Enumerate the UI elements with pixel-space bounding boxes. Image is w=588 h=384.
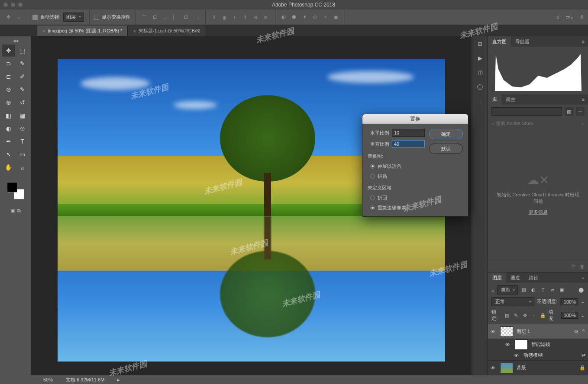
visibility-icon[interactable]: 👁 <box>514 353 520 358</box>
lasso-tool[interactable]: ⊃ <box>2 58 15 70</box>
zoom-level[interactable]: 50% <box>43 377 53 382</box>
align-right-icon[interactable]: ⎹ <box>192 13 200 21</box>
3d-camera-icon[interactable]: ▣ <box>332 13 339 21</box>
library-dropdown[interactable] <box>491 107 562 116</box>
align-vcenter-icon[interactable]: ⊟ <box>151 13 158 21</box>
chevron-down-icon[interactable]: ⌄ <box>581 120 585 127</box>
move-tool-icon[interactable]: ✥ <box>4 13 12 21</box>
tab-navigator[interactable]: 导航器 <box>511 36 534 47</box>
3d-mode-icon[interactable]: ◐ <box>280 13 288 21</box>
distribute-v-icon[interactable]: ⫶ <box>231 13 239 21</box>
distribute-icon4[interactable]: ⫸ <box>262 13 270 21</box>
lock-brush-icon[interactable]: ✎ <box>513 313 519 318</box>
eyedropper-tool[interactable]: ✐ <box>16 70 29 83</box>
quick-select-tool[interactable]: ✎ <box>16 58 29 70</box>
filter-smart-icon[interactable]: ▣ <box>559 287 565 293</box>
play-icon[interactable]: ▶ <box>478 55 482 61</box>
chevron-right-icon[interactable]: ▸ <box>117 377 120 383</box>
document-tab-2[interactable]: ×未标题-1.psd @ 50%(RGB/8) <box>128 26 206 36</box>
layer-row[interactable]: 👁 动感模糊 ⇌ <box>488 350 588 361</box>
zoom-tool[interactable]: ⌕ <box>16 161 29 173</box>
quick-mask-icon[interactable]: ▣ <box>10 208 15 214</box>
collapse-icon[interactable]: ◀◀ <box>13 39 18 43</box>
align-top-icon[interactable]: ⎴ <box>140 13 148 21</box>
tab-paths[interactable]: 路径 <box>524 272 543 283</box>
share-icon[interactable]: ⇧ <box>580 14 584 20</box>
layer-row[interactable]: 👁 智能滤镜 <box>488 339 588 350</box>
lock-artboard-icon[interactable]: ▫ <box>531 313 537 318</box>
tab-channels[interactable]: 通道 <box>506 272 524 283</box>
3d-icon[interactable]: ⬢ <box>290 13 298 21</box>
stamp-tool[interactable]: ⊛ <box>2 96 15 109</box>
fill-input[interactable]: 100% <box>561 312 578 319</box>
tab-adjustments[interactable]: 调整 <box>501 94 520 105</box>
align-bottom-icon[interactable]: ⎵ <box>161 13 169 21</box>
fg-color[interactable] <box>7 182 17 192</box>
layer-thumb[interactable] <box>515 339 528 350</box>
layer-thumb[interactable] <box>500 326 513 337</box>
filter-toggle[interactable]: ⬤ <box>578 287 585 293</box>
close-icon[interactable]: × <box>42 29 45 34</box>
hand-tool[interactable]: ✋ <box>2 161 15 173</box>
color-swatches[interactable] <box>7 182 24 199</box>
blur-tool[interactable]: ◐ <box>2 122 15 134</box>
panel-menu-icon[interactable]: ≡ <box>578 275 588 280</box>
layer-name[interactable]: 图层 1 <box>517 328 571 335</box>
v-ratio-input[interactable]: 40 <box>392 140 425 148</box>
color-icon[interactable]: ◫ <box>478 69 483 76</box>
3d-rotate-icon[interactable]: ✧ <box>321 13 329 21</box>
pen-tool[interactable]: ✒ <box>2 135 15 147</box>
sync-icon[interactable]: ⟳ <box>572 263 575 269</box>
3d-scale-icon[interactable]: ⊕ <box>311 13 319 21</box>
radio-repeat[interactable]: 重复边缘像素 <box>368 205 425 211</box>
trash-icon[interactable]: 🗑 <box>580 264 585 269</box>
align-hcenter-icon[interactable]: ⊞ <box>182 13 190 21</box>
brush-tool[interactable]: ✎ <box>16 83 29 96</box>
default-button[interactable]: 默认 <box>429 144 463 154</box>
shape-tool[interactable]: ▭ <box>16 148 29 160</box>
radio-wrap[interactable]: 折回 <box>368 195 425 201</box>
tab-library[interactable]: 库 <box>488 94 501 105</box>
auto-select-dropdown[interactable]: 图层 <box>63 13 84 22</box>
marquee-tool[interactable]: ⬚ <box>16 45 29 57</box>
radio-tile[interactable]: 拼贴 <box>368 173 425 179</box>
grid-view-icon[interactable]: ▦ <box>565 107 573 116</box>
distribute-icon2[interactable]: ⫵ <box>241 13 249 21</box>
layer-thumb[interactable] <box>500 363 513 373</box>
chevron-down-icon[interactable]: ⌄ <box>581 313 585 318</box>
panel-menu-icon[interactable]: ≡ <box>578 97 588 102</box>
workspace-icon[interactable]: ▭⌄ <box>565 14 574 20</box>
info-icon[interactable]: ⓘ <box>477 83 483 91</box>
layer-name[interactable]: 动感模糊 <box>523 352 578 358</box>
crop-tool[interactable]: ⊏ <box>2 70 15 83</box>
chevron-icon[interactable]: ⌃ <box>582 329 585 334</box>
stock-search[interactable]: ⌕ 搜索 Adobe Stock <box>491 120 534 127</box>
move-tool[interactable]: ✥ <box>2 45 15 57</box>
layer-row[interactable]: 👁 背景 🔒 <box>488 361 588 375</box>
gradient-tool[interactable]: ▦ <box>16 109 29 122</box>
list-view-icon[interactable]: ☰ <box>576 107 585 116</box>
visibility-icon[interactable]: 👁 <box>491 329 497 334</box>
screen-mode-icon[interactable]: ⧉ <box>17 208 21 214</box>
radio-stretch[interactable]: 伸展以适合 <box>368 163 425 170</box>
stamp-icon[interactable]: ⊥ <box>478 99 482 106</box>
document-tab-1[interactable]: ×timg.jpeg @ 50% (图层 1, RGB/8) * <box>37 26 128 36</box>
filter-type-icon[interactable]: T <box>540 288 546 293</box>
filter-type-dropdown[interactable]: 类型 <box>497 285 518 294</box>
spot-heal-tool[interactable]: ⊘ <box>2 83 15 96</box>
distribute-icon3[interactable]: ⫷ <box>252 13 259 21</box>
h-ratio-input[interactable]: 10 <box>392 129 425 137</box>
filter-shape-icon[interactable]: ▱ <box>549 287 556 293</box>
filter-adjust-icon[interactable]: ◐ <box>530 287 537 293</box>
lock-move-icon[interactable]: ✥ <box>522 313 528 318</box>
path-select-tool[interactable]: ↖ <box>2 148 15 160</box>
visibility-icon[interactable]: 👁 <box>505 342 511 347</box>
filter-settings-icon[interactable]: ⇌ <box>582 352 585 358</box>
ok-button[interactable]: 确定 <box>429 129 463 139</box>
dodge-tool[interactable]: ⊙ <box>16 122 29 134</box>
cclib-more-link[interactable]: 更多信息 <box>529 209 548 215</box>
blend-mode-dropdown[interactable]: 正常 <box>491 297 534 306</box>
layer-name[interactable]: 背景 <box>517 365 576 371</box>
tab-histogram[interactable]: 直方图 <box>488 36 511 47</box>
type-tool[interactable]: T <box>16 135 29 147</box>
